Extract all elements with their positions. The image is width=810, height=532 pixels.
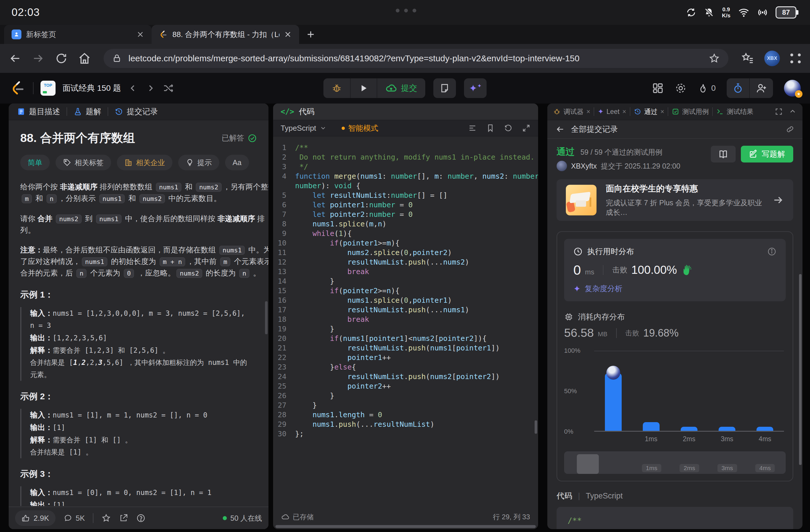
code-line[interactable]: 27 } (273, 400, 538, 410)
link-icon[interactable] (786, 125, 794, 134)
bookmarks-list-icon[interactable] (741, 52, 754, 65)
code-line[interactable]: 4function merge(nums1: number[], m: numb… (273, 171, 538, 181)
code-line[interactable]: 25 pointer2++ (273, 381, 538, 391)
tab-leet-ai[interactable]: ✦ Leet × (598, 107, 626, 116)
study-plan-title[interactable]: 面试经典 150 题 (63, 83, 121, 94)
code-line[interactable]: 23 }else{ (273, 362, 538, 372)
run-button[interactable] (351, 78, 377, 98)
ai-assistant-button[interactable]: ✦✦ (464, 78, 487, 98)
code-line[interactable]: 15 if(pointer2>=n){ (273, 286, 538, 296)
code-line[interactable]: 17 resultNumList.push(...nums1) (273, 305, 538, 315)
view-solutions-button[interactable] (711, 146, 736, 163)
write-solution-button[interactable]: 写题解 (741, 146, 793, 163)
bookmark-icon[interactable] (486, 124, 495, 132)
chart-bar[interactable] (757, 427, 773, 431)
tab-submissions[interactable]: 提交记录 (115, 106, 158, 117)
layout-icon[interactable] (652, 82, 664, 94)
reset-icon[interactable] (504, 124, 513, 132)
code-line[interactable]: 13 break (273, 267, 538, 277)
close-icon[interactable]: × (661, 108, 664, 116)
code-line[interactable]: 16 nums1.splice(0,pointer1) (273, 296, 538, 305)
language-select[interactable]: TypeScript (280, 124, 327, 133)
prev-question-icon[interactable] (128, 83, 138, 94)
tab-accepted[interactable]: 通过 × (634, 107, 664, 116)
code-line[interactable]: 11 nums2.splice(0,pointer2) (273, 248, 538, 257)
tab-debugger[interactable]: 调试器 × (553, 107, 590, 116)
code-line[interactable]: 5 let resultNumList:number[] = [] (273, 190, 538, 200)
code-line[interactable]: 3 */ (273, 162, 538, 171)
address-bar[interactable]: leetcode.cn/problems/merge-sorted-array/… (103, 49, 728, 68)
forward-button[interactable] (32, 52, 45, 65)
code-line[interactable]: 29 nums1.push(...resultNumList) (273, 419, 538, 429)
format-icon[interactable] (468, 124, 477, 132)
comments-button[interactable]: 5K (64, 514, 85, 523)
editor-hscrollbar[interactable] (275, 525, 536, 528)
tab-testcase[interactable]: 测试用例 (672, 107, 709, 116)
code-line[interactable]: 14 } (273, 277, 538, 286)
gear-icon[interactable] (675, 82, 687, 94)
code-line[interactable]: 12 resultNumList.push(...nums2) (273, 257, 538, 267)
close-tab-icon[interactable] (136, 31, 144, 38)
chart-bar[interactable] (681, 427, 697, 431)
submitted-code-preview[interactable]: /** Do not return anything, modify nums1… (556, 507, 793, 529)
code-line[interactable]: 7 let pointer2:number = 0 (273, 210, 538, 219)
daily-streak[interactable]: 0 (698, 83, 716, 94)
feedback-button[interactable] (136, 514, 146, 523)
browser-menu-icon[interactable] (790, 53, 801, 63)
close-tab-icon[interactable] (284, 31, 292, 38)
code-line[interactable]: 24 resultNumList.push(nums2[pointer2]) (273, 372, 538, 381)
difficulty-badge[interactable]: 简单 (20, 155, 50, 170)
browser-tab-newtab[interactable]: 新标签页 (4, 25, 151, 44)
results-scrollbar[interactable] (799, 274, 801, 465)
browser-profile-avatar[interactable]: XBX (764, 51, 780, 66)
close-icon[interactable]: × (622, 108, 626, 116)
code-editor[interactable]: 1/**2 Do not return anything, modify num… (273, 136, 538, 438)
browser-tab-leetcode[interactable]: 88. 合并两个有序数组 - 力扣（LeetC (151, 25, 299, 44)
home-button[interactable] (78, 52, 91, 65)
chart-bar[interactable] (605, 373, 622, 431)
submit-button[interactable]: 提交 (377, 78, 425, 98)
back-button[interactable] (9, 52, 21, 65)
debug-button[interactable] (323, 78, 351, 98)
chart-bar[interactable] (718, 427, 735, 431)
code-line[interactable]: 21 resultNumList.push(nums1[pointer1]) (273, 343, 538, 353)
all-submissions-row[interactable]: 全部提交记录 (547, 120, 803, 139)
invite-button[interactable] (750, 78, 773, 98)
complexity-analysis-link[interactable]: ✦ 复杂度分析 (573, 284, 776, 294)
code-line[interactable]: 26 } (273, 391, 538, 400)
expand-icon[interactable] (522, 124, 531, 132)
code-line[interactable]: 18 break (273, 315, 538, 324)
tab-description[interactable]: 题目描述 (17, 106, 60, 117)
fullscreen-icon[interactable] (775, 107, 783, 116)
code-line[interactable]: 6 let pointer1:number = 0 (273, 200, 538, 210)
info-icon[interactable] (767, 247, 776, 256)
editor-vscrollbar[interactable] (535, 420, 537, 434)
collapse-icon[interactable] (789, 107, 797, 116)
bookmark-star-icon[interactable] (709, 53, 720, 64)
code-line[interactable]: 22 pointer1++ (273, 353, 538, 362)
like-button[interactable]: 2.9K (15, 510, 55, 526)
stopwatch-button[interactable] (727, 78, 750, 98)
hint-pill[interactable]: 提示 (178, 155, 219, 170)
chart-bar[interactable] (643, 422, 660, 431)
reload-button[interactable] (55, 52, 68, 65)
code-line[interactable]: 19 } (273, 324, 538, 334)
shuffle-icon[interactable] (163, 82, 174, 94)
notes-button[interactable] (433, 78, 456, 98)
related-companies-pill[interactable]: 相关企业 (117, 155, 173, 170)
next-question-icon[interactable] (145, 83, 156, 94)
problem-scrollbar[interactable] (265, 301, 268, 334)
code-line[interactable]: 9 while(1){ (273, 229, 538, 238)
related-tags-pill[interactable]: 相关标签 (55, 155, 111, 170)
tab-solutions[interactable]: 题解 (74, 106, 101, 117)
text-size-pill[interactable]: Aa (225, 155, 249, 170)
student-promo-card[interactable]: 面向在校学生的专享特惠 完成认证享 7 折 Plus 会员，享受更多学业及职业成… (556, 179, 793, 221)
new-tab-button[interactable] (306, 29, 316, 39)
code-line[interactable]: 28 nums1.length = 0 (273, 410, 538, 419)
code-line[interactable]: number): void { (273, 181, 538, 190)
share-button[interactable] (119, 514, 128, 523)
code-line[interactable]: 1/** (273, 143, 538, 152)
user-avatar[interactable]: ★ (784, 80, 801, 97)
code-line[interactable]: 10 if(pointer1>=m){ (273, 238, 538, 248)
leetcode-logo[interactable] (10, 80, 26, 96)
